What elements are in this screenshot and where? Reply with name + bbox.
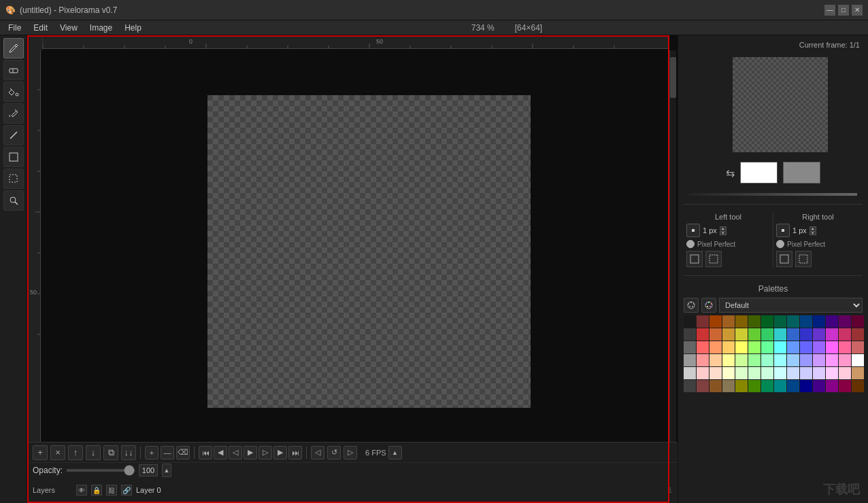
menu-edit[interactable]: Edit (28, 22, 53, 34)
palette-color-5[interactable] (748, 315, 761, 328)
move-layer-down-button[interactable]: ↓ (86, 445, 101, 460)
next-frame-button[interactable]: ▶ (273, 446, 287, 459)
palette-color-1[interactable] (697, 315, 709, 328)
right-tool-size-stepper[interactable]: ▲ ▼ (809, 226, 816, 235)
pixel-canvas[interactable] (207, 95, 531, 408)
add-frame-button[interactable]: + (145, 446, 158, 459)
palette-color-51[interactable] (800, 354, 812, 366)
brush-tool-button[interactable] (3, 103, 24, 124)
palette-color-46[interactable] (735, 354, 748, 366)
palette-color-49[interactable] (774, 354, 786, 366)
palette-color-76[interactable] (761, 380, 773, 392)
opacity-stepper[interactable]: ▲ (162, 464, 171, 477)
palette-color-79[interactable] (800, 380, 812, 392)
clear-frame-button[interactable]: ⌫ (176, 446, 190, 459)
palette-color-7[interactable] (774, 315, 786, 328)
palette-color-30[interactable] (710, 341, 722, 353)
palette-color-55[interactable] (852, 354, 864, 366)
layer-lock-button[interactable]: 🔒 (91, 485, 102, 496)
right-pixel-perfect-radio[interactable] (776, 240, 784, 248)
palette-color-80[interactable] (813, 380, 825, 392)
palette-color-3[interactable] (722, 315, 735, 328)
play-button[interactable]: ▶ (244, 446, 257, 459)
palette-color-52[interactable] (813, 354, 825, 366)
palette-color-9[interactable] (800, 315, 812, 328)
palette-color-11[interactable] (826, 315, 838, 328)
palette-color-27[interactable] (852, 328, 864, 341)
palette-color-25[interactable] (826, 328, 838, 341)
palette-color-6[interactable] (761, 315, 773, 328)
palette-color-4[interactable] (735, 315, 748, 328)
right-shape-1-button[interactable] (776, 251, 792, 267)
palette-color-14[interactable] (684, 328, 696, 341)
palette-color-81[interactable] (826, 380, 838, 392)
next-tag-button[interactable]: ▷ (344, 446, 357, 459)
palette-color-77[interactable] (774, 380, 786, 392)
step-back-button[interactable]: ◁ (229, 446, 242, 459)
left-shape-1-button[interactable] (686, 251, 703, 267)
palette-color-0[interactable] (684, 315, 696, 328)
menu-help[interactable]: Help (119, 22, 147, 34)
palette-color-18[interactable] (735, 328, 748, 341)
palette-color-37[interactable] (800, 341, 812, 353)
palette-color-65[interactable] (800, 367, 812, 379)
palette-color-67[interactable] (826, 367, 838, 379)
left-pixel-perfect-radio[interactable] (686, 240, 695, 248)
palette-color-47[interactable] (748, 354, 761, 366)
palette-color-71[interactable] (697, 380, 709, 392)
background-color-swatch[interactable] (783, 162, 820, 184)
palette-color-29[interactable] (697, 341, 709, 353)
palette-color-33[interactable] (748, 341, 761, 353)
palette-color-69[interactable] (852, 367, 864, 379)
palette-color-64[interactable] (787, 367, 799, 379)
palette-color-82[interactable] (839, 380, 851, 392)
palette-color-50[interactable] (787, 354, 799, 366)
palette-color-39[interactable] (826, 341, 838, 353)
palette-color-16[interactable] (710, 328, 722, 341)
select-tool-button[interactable] (3, 169, 24, 189)
edit-palette-button[interactable] (701, 298, 716, 313)
canvas-area[interactable]: 0 50 50 (27, 35, 678, 503)
palette-color-23[interactable] (800, 328, 812, 341)
palette-color-54[interactable] (839, 354, 851, 366)
palette-color-56[interactable] (684, 367, 696, 379)
close-button[interactable]: ✕ (852, 5, 863, 16)
menu-file[interactable]: File (3, 22, 27, 34)
palette-color-61[interactable] (748, 367, 761, 379)
swap-colors-icon[interactable]: ⇆ (726, 167, 735, 179)
palette-color-32[interactable] (735, 341, 748, 353)
palette-color-40[interactable] (839, 341, 851, 353)
palette-color-73[interactable] (722, 380, 735, 392)
palette-color-34[interactable] (761, 341, 773, 353)
palette-color-62[interactable] (761, 367, 773, 379)
layer-link-button[interactable]: ⛓ (106, 485, 117, 496)
palette-color-12[interactable] (839, 315, 851, 328)
palette-color-59[interactable] (722, 367, 735, 379)
palette-color-20[interactable] (761, 328, 773, 341)
zoom-tool-button[interactable] (3, 190, 24, 211)
palette-color-58[interactable] (710, 367, 722, 379)
palette-color-31[interactable] (722, 341, 735, 353)
maximize-button[interactable]: □ (838, 5, 849, 16)
palette-color-44[interactable] (710, 354, 722, 366)
palette-color-17[interactable] (722, 328, 735, 341)
palette-select[interactable]: Default (719, 298, 863, 313)
palette-color-78[interactable] (787, 380, 799, 392)
remove-frame-button[interactable]: — (161, 446, 174, 459)
palette-color-66[interactable] (813, 367, 825, 379)
move-layer-up-button[interactable]: ↑ (68, 445, 83, 460)
right-shape-2-button[interactable] (795, 251, 812, 267)
palette-color-42[interactable] (684, 354, 696, 366)
palette-color-19[interactable] (748, 328, 761, 341)
palette-color-36[interactable] (787, 341, 799, 353)
palette-color-75[interactable] (748, 380, 761, 392)
palette-color-83[interactable] (852, 380, 864, 392)
copy-layer-button[interactable]: ⧉ (103, 445, 118, 460)
palette-color-10[interactable] (813, 315, 825, 328)
vertical-scrollbar[interactable] (669, 50, 676, 442)
add-layer-button[interactable]: + (33, 445, 48, 460)
loop-button[interactable]: ↺ (327, 446, 341, 459)
minimize-button[interactable]: — (824, 5, 835, 16)
palette-color-35[interactable] (774, 341, 786, 353)
fps-up-button[interactable]: ▲ (388, 446, 402, 459)
